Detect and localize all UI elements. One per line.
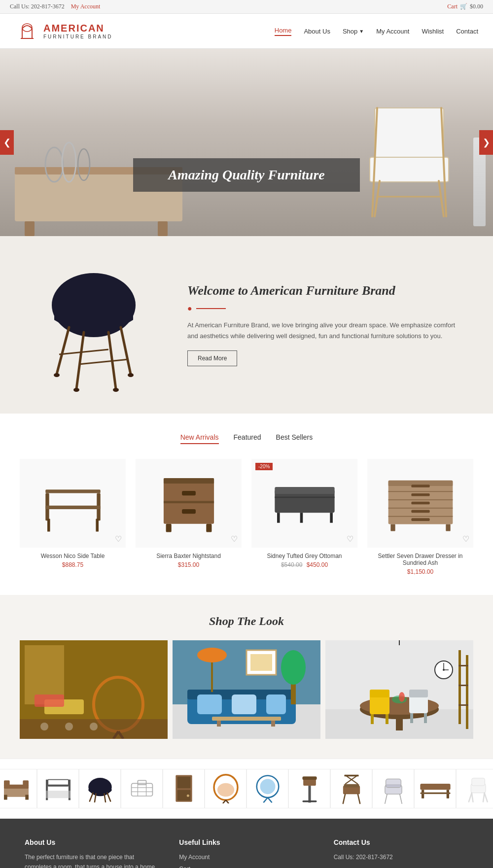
thumbnail-bed-icon xyxy=(1,776,31,801)
main-nav: Home About Us Shop ▼ My Account Wishlist… xyxy=(275,27,478,36)
svg-line-172 xyxy=(483,793,485,801)
svg-rect-74 xyxy=(197,694,222,714)
svg-rect-41 xyxy=(277,513,280,523)
brand-thumbnail[interactable] xyxy=(79,769,121,808)
tab-new-arrivals[interactable]: New Arrivals xyxy=(180,433,219,444)
product-image-wrap: -20% ♡ xyxy=(251,459,357,548)
svg-rect-100 xyxy=(410,713,413,723)
svg-point-22 xyxy=(54,373,60,377)
look-item[interactable] xyxy=(20,640,168,739)
hero-heading: Amazing Quality Furniture xyxy=(150,167,343,183)
thumbnail-black-chair-icon xyxy=(85,775,115,802)
svg-rect-163 xyxy=(420,784,450,790)
wishlist-button[interactable]: ♡ xyxy=(347,534,353,544)
svg-rect-38 xyxy=(206,524,211,532)
brand-thumbnail[interactable] xyxy=(0,769,37,808)
svg-rect-149 xyxy=(302,776,317,780)
hero-prev-button[interactable]: ❮ xyxy=(0,130,14,155)
svg-point-141 xyxy=(217,783,234,797)
svg-rect-130 xyxy=(131,783,152,796)
top-bar-right: Cart 🛒 $0.00 xyxy=(447,3,483,10)
site-footer: About Us The perfect furniture is that o… xyxy=(0,819,493,868)
logo[interactable]: AMERICAN FURNITURE BRAND xyxy=(15,19,113,43)
brand-thumbnail[interactable] xyxy=(205,769,246,808)
brand-thumbnail[interactable] xyxy=(288,769,330,808)
brand-thumbnail[interactable] xyxy=(163,769,205,808)
nav-about[interactable]: About Us xyxy=(304,28,330,35)
wishlist-button[interactable]: ♡ xyxy=(115,534,122,544)
tab-best-sellers[interactable]: Best Sellers xyxy=(276,433,313,444)
chevron-down-icon: ▼ xyxy=(359,29,364,34)
nav-shop[interactable]: Shop ▼ xyxy=(343,28,364,35)
read-more-button[interactable]: Read More xyxy=(187,350,237,366)
svg-rect-54 xyxy=(411,510,429,513)
svg-line-162 xyxy=(399,794,401,803)
wishlist-button[interactable]: ♡ xyxy=(462,534,469,544)
svg-rect-48 xyxy=(388,499,453,500)
thumbnail-round-chair-icon xyxy=(211,774,241,803)
svg-line-10 xyxy=(375,181,380,216)
svg-point-24 xyxy=(113,388,119,392)
shop-look-heading: Shop The Look xyxy=(20,615,473,628)
svg-rect-160 xyxy=(386,779,401,787)
shop-look-section: Shop The Look xyxy=(0,595,493,759)
svg-rect-43 xyxy=(300,513,303,523)
svg-rect-135 xyxy=(138,780,146,785)
svg-point-68 xyxy=(90,723,98,730)
footer-link[interactable]: My Account xyxy=(179,854,210,861)
product-card: ♡ Settler Seven Drawer Dresser in Sundri… xyxy=(367,459,473,575)
svg-point-103 xyxy=(399,692,405,702)
product-grid: ♡ Wesson Nico Side Table $888.75 xyxy=(20,459,473,575)
brand-thumbnail[interactable] xyxy=(121,769,163,808)
footer-contact: Contact Us Call Us: 202-817-3672 America… xyxy=(334,838,468,868)
nav-wishlist[interactable]: Wishlist xyxy=(422,28,444,35)
brand-thumbnail[interactable] xyxy=(372,769,414,808)
thumbnail-frame-icon xyxy=(43,776,73,801)
look-item[interactable] xyxy=(173,640,320,739)
svg-rect-29 xyxy=(45,506,100,509)
product-price: $540.00 $450.00 xyxy=(251,561,357,568)
svg-rect-108 xyxy=(458,650,461,724)
svg-point-25 xyxy=(128,373,134,377)
brand-thumbnail-strip xyxy=(0,759,493,819)
tab-featured[interactable]: Featured xyxy=(234,433,261,444)
svg-rect-49 xyxy=(388,507,453,508)
svg-rect-115 xyxy=(4,795,7,800)
svg-rect-55 xyxy=(411,518,429,521)
hero-text-box: Amazing Quality Furniture xyxy=(133,158,360,192)
top-bar-left: Call Us: 202-817-3672 My Account xyxy=(10,3,100,10)
footer-link[interactable]: Cart xyxy=(179,866,190,868)
svg-line-147 xyxy=(268,798,272,802)
wishlist-button[interactable]: ♡ xyxy=(231,534,238,544)
cart-top-link[interactable]: Cart xyxy=(447,3,458,10)
logo-chair-icon xyxy=(15,19,39,43)
product-card: ♡ Wesson Nico Side Table $888.75 xyxy=(20,459,126,575)
nightstand-image xyxy=(157,469,221,538)
svg-rect-33 xyxy=(163,478,213,484)
dresser-image xyxy=(386,473,455,534)
svg-rect-117 xyxy=(4,780,10,788)
svg-line-20 xyxy=(59,349,108,354)
eames-chair-svg xyxy=(39,256,148,394)
brand-thumbnail[interactable] xyxy=(246,769,288,808)
top-bar: Call Us: 202-817-3672 My Account Cart 🛒 … xyxy=(0,0,493,14)
cart-price: $0.00 xyxy=(470,3,483,10)
product-name: Settler Seven Drawer Dresser in Sundried… xyxy=(367,553,473,566)
ottoman-image xyxy=(270,480,339,527)
my-account-top-link[interactable]: My Account xyxy=(71,3,101,10)
hero-next-button[interactable]: ❯ xyxy=(479,130,493,155)
brand-thumbnail[interactable] xyxy=(456,769,493,808)
look-item[interactable] xyxy=(325,640,473,739)
svg-rect-82 xyxy=(250,654,272,671)
svg-rect-111 xyxy=(458,685,468,686)
svg-rect-156 xyxy=(344,774,358,776)
brand-thumbnail[interactable] xyxy=(37,769,79,808)
nav-account[interactable]: My Account xyxy=(376,28,409,35)
welcome-heading: Welcome to American Furniture Brand xyxy=(187,283,463,298)
nav-contact[interactable]: Contact xyxy=(456,28,478,35)
brand-thumbnail[interactable] xyxy=(330,769,372,808)
nav-home[interactable]: Home xyxy=(275,27,292,36)
brand-thumbnail[interactable] xyxy=(414,769,456,808)
product-price: $1,150.00 xyxy=(367,568,473,575)
site-header: AMERICAN FURNITURE BRAND Home About Us S… xyxy=(0,14,493,49)
